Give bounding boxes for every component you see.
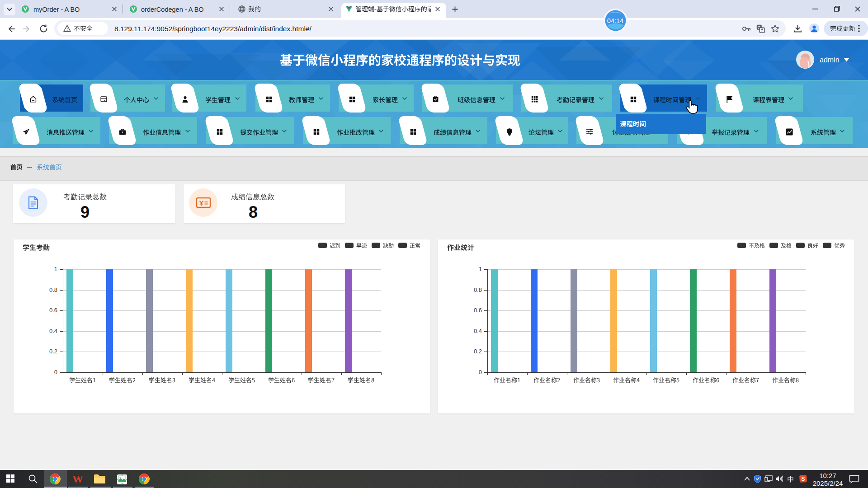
svg-text:S: S	[801, 476, 805, 482]
svg-text:W: W	[72, 474, 83, 484]
